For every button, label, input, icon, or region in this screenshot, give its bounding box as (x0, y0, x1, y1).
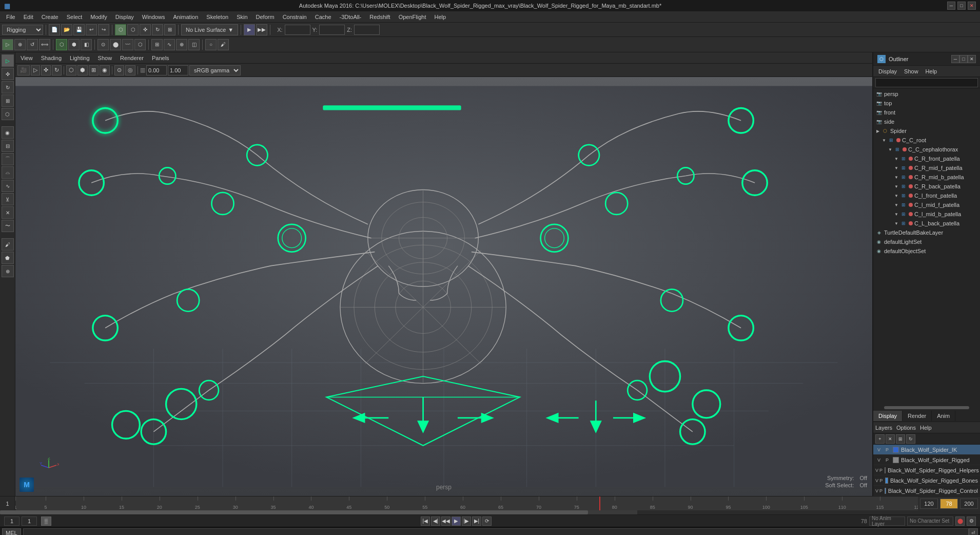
snap-point-button[interactable]: ⊕ (176, 39, 187, 50)
options-submenu[interactable]: Options (896, 425, 916, 431)
help-submenu[interactable]: Help (920, 425, 932, 431)
y-input[interactable] (319, 25, 345, 35)
select-mode-button[interactable]: ▷ (2, 54, 14, 67)
texture-button[interactable]: ⊞ (89, 65, 99, 75)
snap-grid-button[interactable]: ⊞ (151, 39, 163, 50)
tree-item-top[interactable]: 📷 top (873, 99, 980, 108)
isolate-button[interactable]: ⊙ (114, 65, 124, 75)
range-handle[interactable] (0, 510, 588, 514)
menu-select[interactable]: Select (63, 13, 87, 21)
tree-item-light-set[interactable]: ◉ defaultLightSet (873, 237, 980, 246)
render-tab[interactable]: Render (903, 411, 932, 421)
timeline-total-end[interactable] (960, 499, 978, 509)
live-surface-button[interactable]: No Live Surface ▼ (181, 24, 238, 35)
layer-v-helpers[interactable]: V (875, 467, 878, 474)
smooth-shade-button[interactable]: ⬢ (77, 65, 88, 75)
layer-p-rigged[interactable]: P (884, 456, 891, 464)
redo-button[interactable]: ↪ (98, 24, 109, 35)
viewport-canvas[interactable]: Symmetry: Off Soft Select: Off persp X Y… (15, 77, 872, 496)
sculpt-button[interactable]: ⬟ (2, 252, 14, 264)
lasso-tool[interactable]: ⬡ (127, 24, 139, 35)
outliner-scrollbar[interactable] (873, 406, 980, 410)
lighting-menu[interactable]: Lighting (67, 54, 93, 62)
shading-menu[interactable]: Shading (38, 54, 65, 62)
menu-constrain[interactable]: Constrain (279, 13, 311, 21)
expand-l-mid-b[interactable]: ▼ (894, 212, 899, 217)
scale-shelf-tool[interactable]: ⟺ (39, 39, 50, 50)
cmd-enter-button[interactable]: ⏎ (969, 528, 978, 536)
step-forward-button[interactable]: |▶ (462, 517, 471, 526)
menu-display[interactable]: Display (111, 13, 138, 21)
tree-item-l-back-patella[interactable]: ▼ ⊞ C_L_back_patella (873, 219, 980, 228)
twist-button[interactable]: ✕ (2, 206, 14, 219)
expand-r-back[interactable]: ▼ (894, 184, 899, 189)
layer-options-button[interactable]: ⊞ (896, 434, 905, 444)
wave-button[interactable]: 〜 (2, 220, 14, 232)
ik-spline-tool[interactable]: 〰 (122, 39, 133, 50)
ol-help-menu[interactable]: Help (923, 67, 940, 75)
mode-selector[interactable]: Rigging (2, 25, 43, 35)
outliner-close-button[interactable]: ✕ (968, 55, 976, 63)
bend-button[interactable]: ⌒ (2, 153, 14, 165)
view-menu[interactable]: View (17, 54, 36, 62)
menu-openflight[interactable]: OpenFlight (395, 13, 430, 21)
step-back-button[interactable]: ◀| (431, 517, 440, 526)
script-mode-label[interactable]: MEL (2, 528, 21, 536)
panels-menu[interactable]: Panels (149, 54, 172, 62)
layer-v-rigged[interactable]: V (875, 456, 883, 464)
rotate-shelf-tool[interactable]: ↺ (27, 39, 38, 50)
undo-button[interactable]: ↩ (86, 24, 97, 35)
frame-range-indicator[interactable]: ▒ (41, 517, 51, 526)
tree-item-side[interactable]: 📷 side (873, 117, 980, 126)
tree-item-r-back-patella[interactable]: ▼ ⊞ C_R_back_patella (873, 182, 980, 191)
make-live-button[interactable]: ○ (205, 39, 217, 50)
menu-file[interactable]: File (2, 13, 19, 21)
layer-p-ik[interactable]: P (884, 446, 891, 453)
joint-tool[interactable]: ⊙ (97, 39, 109, 50)
tree-item-cc-root[interactable]: ▼ ⊞ C_C_root (873, 136, 980, 145)
go-start-button[interactable]: |◀ (421, 517, 430, 526)
menu-deform[interactable]: Deform (252, 13, 279, 21)
minimize-button[interactable]: ─ (947, 2, 955, 10)
save-scene-button[interactable]: 💾 (73, 24, 85, 35)
expand-r-front-patella[interactable]: ▼ (894, 156, 899, 161)
timeline-ruler[interactable]: 1510152025303540455055606570758085909510… (15, 496, 918, 511)
menu-windows[interactable]: Windows (138, 13, 169, 21)
rotate-vp-tool[interactable]: ↻ (52, 65, 62, 75)
select-tool[interactable]: ⬡ (115, 24, 126, 35)
tree-item-persp[interactable]: 📷 persp (873, 89, 980, 99)
tree-item-l-mid-b-patella[interactable]: ▼ ⊞ C_l_mid_b_patella (873, 209, 980, 219)
ipr-render-button[interactable]: ▶▶ (256, 24, 267, 35)
paint-scene-button[interactable]: 🖌 (2, 238, 14, 251)
timeline-current-frame[interactable] (940, 499, 958, 509)
move-tool[interactable]: ✜ (140, 24, 151, 35)
rotate-mode-button[interactable]: ↻ (2, 81, 14, 93)
expand-r-mid-b[interactable]: ▼ (894, 175, 899, 180)
outliner-tree[interactable]: 📷 persp 📷 top 📷 front 📷 side ▶ ⬡ (873, 88, 980, 406)
menu-redshift[interactable]: Redshift (365, 13, 394, 21)
paint-button[interactable]: 🖌 (218, 39, 229, 50)
restore-button[interactable]: □ (957, 2, 966, 10)
expand-r-mid-f[interactable]: ▼ (894, 165, 899, 170)
expand-cc-root[interactable]: ▼ (881, 138, 887, 143)
tree-item-cephalothorax[interactable]: ▼ ⊞ C_C_cephalothorax (873, 145, 980, 154)
layer-row-control[interactable]: V P Black_Wolf_Spider_Rigged_Control (873, 486, 980, 496)
menu-help[interactable]: Help (430, 13, 450, 21)
menu-edit[interactable]: Edit (19, 13, 37, 21)
soft-select-button[interactable]: ⬡ (56, 39, 67, 50)
scale-mode-button[interactable]: ⊞ (2, 94, 14, 107)
close-button[interactable]: ✕ (968, 2, 976, 10)
expand-cephalothorax[interactable]: ▼ (888, 147, 893, 152)
z-input[interactable] (354, 25, 380, 35)
menu-3dtoall[interactable]: -3DtoAll- (336, 13, 366, 21)
menu-cache[interactable]: Cache (311, 13, 336, 21)
camera-tool[interactable]: 🎥 (17, 65, 30, 75)
translate-vp-tool[interactable]: ✜ (41, 65, 51, 75)
select-vp-tool[interactable]: ▷ (31, 65, 40, 75)
layers-submenu[interactable]: Layers (875, 425, 892, 431)
snap-3d-button[interactable]: ⊕ (2, 265, 14, 277)
new-scene-button[interactable]: 📄 (49, 24, 60, 35)
outliner-minimize-button[interactable]: ─ (951, 55, 959, 63)
anim-tab[interactable]: Anim (932, 411, 955, 421)
menu-skeleton[interactable]: Skeleton (202, 13, 232, 21)
